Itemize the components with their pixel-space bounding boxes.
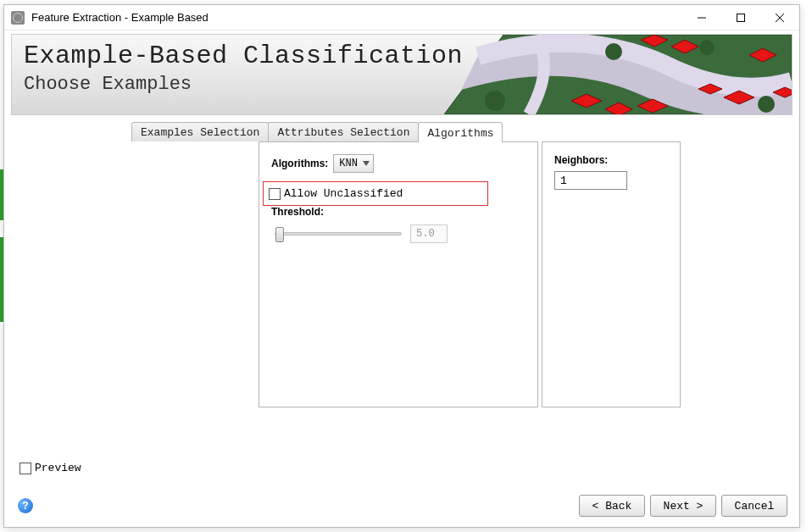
back-button[interactable]: < Back (579, 495, 645, 517)
svg-point-7 (605, 43, 622, 60)
svg-point-6 (485, 91, 505, 111)
svg-marker-19 (363, 161, 370, 166)
next-button[interactable]: Next > (650, 495, 716, 517)
dialog-footer: Preview ? < Back Next > Cancel (4, 462, 799, 527)
close-icon (776, 14, 784, 22)
minimize-icon (698, 14, 706, 22)
svg-point-9 (699, 40, 715, 55)
minimize-button[interactable] (682, 5, 721, 30)
window-controls (682, 5, 799, 30)
svg-point-8 (758, 96, 775, 113)
neighbors-label: Neighbors: (554, 154, 668, 166)
banner-title: Example-Based Classification (24, 42, 463, 70)
window-title: Feature Extraction - Example Based (31, 11, 682, 24)
chevron-down-icon (363, 159, 370, 169)
dialog-window: Feature Extraction - Example Based Examp… (3, 4, 800, 528)
algorithms-select-value: KNN (339, 158, 358, 169)
header-banner: Example-Based Classification Choose Exam… (11, 34, 793, 115)
tab-strip: Examples Selection Attributes Selection … (131, 122, 740, 407)
preview-label: Preview (35, 462, 81, 474)
app-icon (11, 11, 25, 25)
threshold-slider-thumb[interactable] (275, 227, 284, 242)
tab-attributes-selection[interactable]: Attributes Selection (268, 122, 419, 141)
banner-illustration (444, 35, 792, 114)
maximize-icon (737, 14, 745, 22)
neighbors-input[interactable] (554, 171, 627, 190)
algorithms-label: Algorithms: (271, 158, 328, 169)
highlight-box: Allow Unclassified (263, 181, 488, 206)
title-bar: Feature Extraction - Example Based (4, 5, 799, 30)
banner-subtitle: Choose Examples (24, 74, 463, 95)
neighbors-panel: Neighbors: (542, 141, 681, 407)
tab-examples-selection[interactable]: Examples Selection (131, 122, 269, 141)
tab-algorithms[interactable]: Algorithms (418, 122, 503, 142)
preview-checkbox[interactable] (19, 463, 31, 474)
maximize-button[interactable] (721, 5, 760, 30)
allow-unclassified-checkbox[interactable] (269, 188, 281, 200)
cancel-button[interactable]: Cancel (721, 495, 787, 517)
algorithms-panel: Algorithms: KNN Allow Unclassified Thres… (259, 141, 538, 407)
svg-rect-1 (737, 14, 745, 22)
close-button[interactable] (760, 5, 799, 30)
allow-unclassified-label: Allow Unclassified (284, 187, 403, 200)
algorithms-select[interactable]: KNN (333, 154, 374, 173)
threshold-label: Threshold: (271, 206, 526, 218)
threshold-slider[interactable] (275, 232, 402, 236)
threshold-value-display: 5.0 (410, 224, 448, 243)
help-icon[interactable]: ? (18, 498, 33, 513)
